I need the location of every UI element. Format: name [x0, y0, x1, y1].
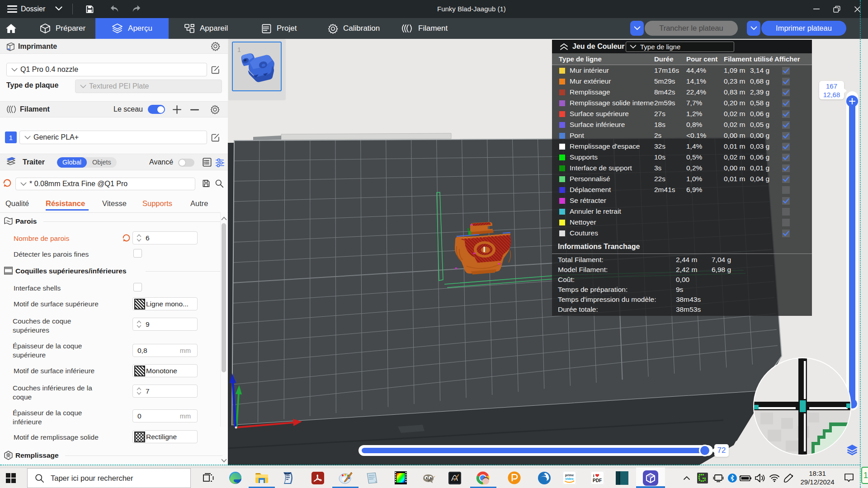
taskbar-app-media[interactable] [390, 468, 411, 488]
line-type-visibility-checkbox[interactable] [782, 121, 790, 129]
filament-settings-gear-icon[interactable] [210, 105, 220, 114]
solid-pattern-dropdown[interactable]: Rectiligne [132, 430, 198, 443]
reset-preset-icon[interactable] [3, 178, 12, 188]
taskbar-app-ilovepdf[interactable]: IPDF [586, 468, 608, 488]
line-type-visibility-checkbox[interactable] [782, 175, 790, 183]
slice-dropdown-button[interactable] [630, 21, 644, 36]
line-type-visibility-checkbox[interactable] [782, 110, 790, 118]
undo-icon[interactable] [109, 5, 119, 14]
tab-calibration[interactable]: Calibration [318, 18, 390, 39]
print-dropdown-button[interactable] [747, 21, 760, 36]
step-slider-handle[interactable] [699, 445, 711, 456]
tray-volume[interactable] [752, 468, 768, 488]
tray-expand-button[interactable] [678, 468, 696, 488]
taskbar-app-edge[interactable] [224, 468, 246, 488]
notification-button[interactable] [840, 468, 858, 488]
taskbar-app-design[interactable] [444, 468, 466, 488]
search-preset-icon[interactable] [215, 179, 224, 188]
line-type-visibility-checkbox[interactable] [782, 132, 790, 140]
tab-projet[interactable]: Projet [251, 18, 307, 39]
parameter-list-icon[interactable] [202, 157, 212, 167]
taskbar-app-p[interactable] [503, 468, 525, 488]
tab-resistance[interactable]: Résistance [46, 199, 85, 208]
tune-settings-icon[interactable] [215, 158, 225, 167]
seal-toggle[interactable] [148, 105, 165, 114]
taskbar-app-primevideo[interactable]: primevideo [558, 468, 580, 488]
close-button[interactable] [847, 0, 867, 18]
taskbar-clock[interactable]: 18:31 29/12/2024 [797, 469, 838, 486]
save-preset-icon[interactable] [202, 179, 211, 188]
line-type-visibility-checkbox[interactable] [782, 219, 790, 226]
tray-wifi[interactable] [767, 468, 782, 488]
line-type-visibility-checkbox[interactable] [782, 154, 790, 161]
bottom-pattern-dropdown[interactable]: Monotone [132, 364, 198, 377]
process-preset-dropdown[interactable]: * 0.08mm Extra Fine @Q1 Pro [15, 178, 195, 190]
printer-settings-gear-icon[interactable] [211, 42, 220, 51]
minimize-button[interactable] [807, 0, 826, 18]
spinner-arrows[interactable] [135, 387, 143, 395]
interface-shells-checkbox[interactable] [133, 283, 142, 291]
remove-filament-icon[interactable] [190, 109, 199, 111]
taskbar-search[interactable]: Taper ici pour rechercher [27, 468, 191, 488]
top-pattern-dropdown[interactable]: Ligne mono... [132, 297, 198, 310]
task-view-button[interactable] [198, 468, 219, 488]
taskbar-app-paint[interactable] [335, 468, 356, 488]
taskbar-app-notepad[interactable] [361, 468, 383, 488]
taskbar-app-writer[interactable] [277, 468, 299, 488]
line-type-visibility-checkbox[interactable] [782, 143, 790, 150]
tab-autre[interactable]: Autre [190, 199, 208, 208]
taskbar-app-acrobat[interactable] [307, 468, 329, 488]
chevron-down-icon[interactable] [55, 6, 62, 11]
tab-apercu[interactable]: Aperçu [95, 18, 169, 39]
segment-objects[interactable]: Objets [87, 157, 117, 168]
bottom-layers-spinner[interactable]: 7 [132, 385, 198, 398]
segment-global[interactable]: Global [57, 157, 87, 168]
line-type-visibility-checkbox[interactable] [782, 164, 790, 172]
wall-count-spinner[interactable]: 6 [132, 231, 198, 244]
sidebar-scrollbar-thumb[interactable] [222, 223, 226, 372]
line-type-visibility-checkbox[interactable] [782, 78, 790, 85]
layer-slider-add-button[interactable] [846, 95, 858, 107]
line-type-dropdown[interactable]: Type de ligne [626, 42, 734, 52]
scrollbar-up-icon[interactable] [221, 216, 227, 221]
folder-menu[interactable]: Dossier [21, 5, 45, 13]
tray-greenshot[interactable] [695, 468, 710, 488]
spinner-arrows[interactable] [135, 320, 143, 328]
print-button[interactable]: Imprimer plateau [761, 21, 846, 36]
top-layers-spinner[interactable]: 9 [132, 318, 198, 331]
add-filament-icon[interactable] [173, 105, 181, 114]
slice-button[interactable]: Trancher le plateau [645, 21, 738, 36]
advanced-toggle[interactable] [178, 159, 194, 167]
filament-slot-badge[interactable]: 1 [5, 131, 17, 143]
home-button[interactable] [0, 18, 22, 39]
line-type-visibility-checkbox[interactable] [782, 67, 790, 75]
line-type-visibility-checkbox[interactable] [782, 89, 790, 96]
tab-filament[interactable]: Filament [392, 18, 458, 39]
hamburger-menu-icon[interactable] [7, 5, 17, 13]
tray-battery[interactable] [737, 468, 753, 488]
plate-type-dropdown[interactable]: Textured PEI Plate [75, 80, 222, 93]
start-button[interactable] [0, 468, 22, 488]
taskbar-app-gimp[interactable] [418, 468, 439, 488]
taskbar-app-slicer[interactable] [636, 468, 665, 488]
line-type-visibility-checkbox[interactable] [782, 230, 790, 237]
line-type-visibility-checkbox[interactable] [782, 186, 790, 194]
plate-thumbnail-selected[interactable]: 1 [232, 42, 282, 91]
thin-walls-checkbox[interactable] [133, 249, 142, 258]
layers-preview-icon[interactable] [846, 444, 858, 455]
tab-vitesse[interactable]: Vitesse [102, 199, 127, 208]
printer-edit-icon[interactable] [211, 65, 220, 75]
save-icon[interactable] [85, 5, 94, 14]
filament-edit-icon[interactable] [211, 133, 220, 142]
line-type-visibility-checkbox[interactable] [782, 197, 790, 205]
filament-preset-dropdown[interactable]: Generic PLA+ [19, 131, 207, 144]
scrollbar-down-icon[interactable] [221, 458, 227, 464]
tab-supports[interactable]: Supports [142, 199, 172, 208]
printer-preset-dropdown[interactable]: Q1 Pro 0.4 nozzle [6, 63, 207, 76]
line-type-visibility-checkbox[interactable] [782, 208, 790, 216]
restore-button[interactable] [827, 0, 847, 18]
reset-param-icon[interactable] [122, 234, 131, 242]
bottom-thickness-input[interactable]: 0 mm [132, 409, 198, 422]
tray-pen[interactable] [781, 468, 796, 488]
top-thickness-input[interactable]: 0,8 mm [132, 344, 198, 357]
